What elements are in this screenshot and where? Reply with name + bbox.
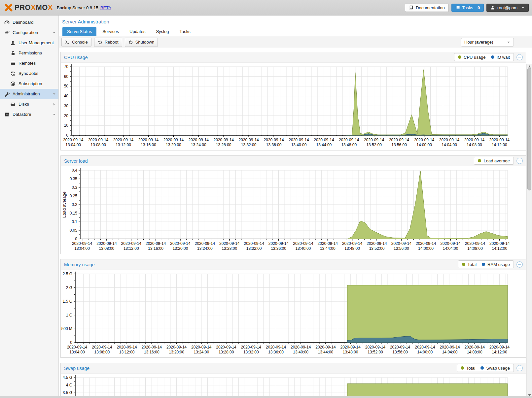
- panel-header: Swap usageTotalSwap usage: [61, 363, 526, 374]
- sidebar-item-label: Administration: [13, 91, 40, 96]
- tab-tasks[interactable]: Tasks: [175, 27, 195, 36]
- sidebar-item-permissions[interactable]: Permissions: [0, 48, 58, 58]
- collapse-panel-button[interactable]: [516, 157, 523, 164]
- tab-updates[interactable]: Updates: [125, 27, 150, 36]
- tab-services[interactable]: Services: [98, 27, 124, 36]
- svg-text:2020-09-14: 2020-09-14: [166, 345, 187, 349]
- svg-text:2020-09-14: 2020-09-14: [138, 138, 159, 142]
- chevron-down-icon[interactable]: [52, 113, 56, 116]
- legend-item[interactable]: CPU usage: [458, 55, 485, 60]
- sidebar-item-dashboard[interactable]: Dashboard: [0, 17, 58, 27]
- chevron-down-icon[interactable]: [52, 92, 56, 96]
- user-icon: [10, 40, 16, 46]
- sidebar-item-label: Dashboard: [13, 20, 34, 25]
- svg-text:2020-09-14: 2020-09-14: [291, 345, 311, 349]
- brand-segment: PRO: [15, 3, 31, 12]
- svg-text:2020-09-14: 2020-09-14: [67, 345, 88, 349]
- svg-text:2020-09-14: 2020-09-14: [439, 138, 460, 142]
- shutdown-button[interactable]: Shutdown: [125, 38, 158, 47]
- svg-text:2020-09-14: 2020-09-14: [238, 138, 259, 142]
- svg-text:13:12:00: 13:12:00: [116, 143, 131, 147]
- reboot-button[interactable]: Reboot: [94, 38, 122, 47]
- svg-text:13:20:00: 13:20:00: [173, 246, 188, 251]
- console-button[interactable]: Console: [61, 38, 91, 47]
- svg-text:0.4: 0.4: [72, 168, 77, 173]
- sidebar-item-disks[interactable]: Disks: [0, 99, 58, 109]
- svg-text:2020-09-14: 2020-09-14: [163, 138, 184, 142]
- svg-text:2020-09-14: 2020-09-14: [92, 345, 112, 349]
- svg-text:13:04:00: 13:04:00: [69, 350, 85, 354]
- scrollbar-thumb[interactable]: [527, 68, 531, 190]
- legend-dot-icon: [461, 366, 464, 370]
- legend-item[interactable]: RAM usage: [482, 262, 510, 267]
- collapse-panel-button[interactable]: [516, 261, 523, 268]
- svg-text:14:04:00: 14:04:00: [442, 143, 457, 147]
- documentation-button[interactable]: Documentation: [405, 4, 448, 12]
- svg-text:2020-09-14: 2020-09-14: [489, 345, 510, 349]
- legend: TotalRAM usage: [458, 260, 514, 268]
- range-select[interactable]: Hour (average): [461, 38, 514, 47]
- panel-server-load: Server loadLoad average00.050.10.150.20.…: [60, 155, 526, 254]
- legend-item[interactable]: Load average: [478, 158, 510, 163]
- legend-item[interactable]: Total: [461, 366, 475, 371]
- disks-icon: [10, 102, 16, 107]
- legend-dot-icon: [491, 55, 494, 59]
- svg-text:0.1: 0.1: [72, 219, 77, 224]
- datastore-icon: [4, 112, 10, 117]
- unlock-icon: [10, 50, 16, 56]
- svg-text:14:12:00: 14:12:00: [492, 246, 507, 251]
- legend-dot-icon: [462, 263, 465, 266]
- power-icon: [128, 40, 133, 45]
- panel-swap-usage: Swap usageTotalSwap usage0500 M1 G1.5 G2…: [60, 363, 526, 398]
- svg-text:4.5 G: 4.5 G: [63, 375, 72, 380]
- beta-link[interactable]: BETA: [100, 5, 111, 10]
- sidebar-item-configuration[interactable]: Configuration: [0, 27, 58, 38]
- legend-item[interactable]: Swap usage: [480, 366, 510, 371]
- chart-swap-usage: 0500 M1 G1.5 G2 G2.5 G3 G3.5 G4 G4.5 G20…: [61, 374, 526, 398]
- collapse-panel-button[interactable]: [516, 365, 523, 372]
- sidebar-item-remotes[interactable]: Remotes: [0, 58, 58, 68]
- svg-text:20: 20: [64, 114, 69, 118]
- chevron-right-icon[interactable]: [52, 102, 56, 106]
- svg-text:13:32:00: 13:32:00: [243, 350, 259, 354]
- sidebar-nav: DashboardConfigurationUser ManagementPer…: [0, 16, 59, 398]
- vertical-scrollbar[interactable]: [526, 64, 532, 398]
- sidebar-item-user-management[interactable]: User Management: [0, 38, 58, 48]
- svg-text:2020-09-14: 2020-09-14: [416, 241, 436, 246]
- dashboard-icon: [4, 20, 10, 25]
- svg-text:2020-09-14: 2020-09-14: [389, 138, 409, 142]
- svg-text:13:52:00: 13:52:00: [368, 350, 383, 354]
- svg-text:500 M: 500 M: [61, 326, 72, 331]
- svg-text:2020-09-14: 2020-09-14: [318, 241, 338, 246]
- minus-circle-icon: [516, 367, 523, 373]
- sidebar-item-administration[interactable]: Administration: [0, 89, 58, 99]
- svg-text:2020-09-14: 2020-09-14: [266, 345, 286, 349]
- user-menu-button[interactable]: root@pam: [486, 4, 529, 12]
- sidebar-item-datastore[interactable]: Datastore: [0, 109, 58, 119]
- tab-serverstatus[interactable]: ServerStatus: [62, 27, 96, 36]
- svg-text:14:00:00: 14:00:00: [417, 350, 433, 354]
- sync-icon: [10, 71, 16, 76]
- svg-text:2020-09-14: 2020-09-14: [96, 241, 117, 246]
- chevron-down-icon[interactable]: [52, 31, 56, 35]
- svg-text:13:16:00: 13:16:00: [148, 246, 163, 251]
- bottom-scroll-strip[interactable]: [0, 396, 532, 398]
- sidebar-item-sync-jobs[interactable]: Sync Jobs: [0, 68, 58, 79]
- chevron-down-icon: [507, 40, 511, 44]
- tab-syslog[interactable]: Syslog: [151, 27, 173, 36]
- svg-text:13:40:00: 13:40:00: [293, 350, 308, 354]
- svg-text:2020-09-14: 2020-09-14: [440, 241, 461, 246]
- legend-item[interactable]: IO wait: [491, 55, 510, 60]
- svg-text:2020-09-14: 2020-09-14: [170, 241, 191, 246]
- collapse-panel-button[interactable]: [516, 54, 523, 61]
- svg-text:0: 0: [66, 133, 68, 138]
- brand-segment: MO: [36, 3, 48, 12]
- legend-item[interactable]: Total: [462, 262, 477, 267]
- chart-body: 00.050.10.150.20.250.30.350.42020-09-141…: [61, 166, 526, 254]
- sidebar-item-subscription[interactable]: Subscription: [0, 79, 58, 89]
- range-select-value: Hour (average): [464, 40, 493, 45]
- tasks-button[interactable]: Tasks 0: [451, 4, 484, 12]
- chart-cpu-usage: 0102030405060702020-09-1413:04:002020-09…: [61, 63, 526, 150]
- legend-label: Total: [468, 262, 477, 267]
- svg-text:14:08:00: 14:08:00: [467, 350, 482, 354]
